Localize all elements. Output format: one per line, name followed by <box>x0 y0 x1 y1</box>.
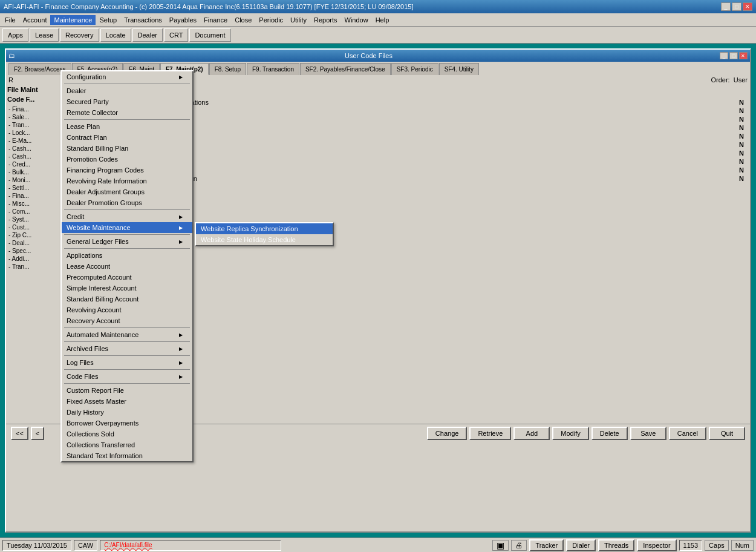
document-button[interactable]: Document <box>189 28 230 42</box>
add-button[interactable]: Add <box>513 427 550 440</box>
print-icon[interactable]: 🖨 <box>511 540 527 551</box>
separator <box>64 209 190 210</box>
tracker-button[interactable]: Tracker <box>529 539 564 551</box>
submenu-website-holiday[interactable]: Website State Holiday Schedule <box>196 234 333 245</box>
recovery-button[interactable]: Recovery <box>60 28 99 42</box>
menu-collections-transferred[interactable]: Collections Transferred <box>62 439 192 450</box>
num-lock: Num <box>731 540 754 551</box>
menu-standard-billing-account[interactable]: Standard Billing Account <box>62 294 192 304</box>
menu-lease-account[interactable]: Lease Account <box>62 261 192 272</box>
submenu-website-replica[interactable]: Website Replica Synchronization <box>196 223 333 234</box>
menu-configuration[interactable]: Configuration <box>62 71 192 82</box>
menu-promotion-codes[interactable]: Promotion Codes <box>62 154 192 165</box>
lease-button[interactable]: Lease <box>30 28 59 42</box>
menu-payables[interactable]: Payables <box>166 15 200 25</box>
inner-title-bar: 🗂 User Code Files _ □ ✕ <box>6 50 750 62</box>
menu-custom-report-file[interactable]: Custom Report File <box>62 385 192 396</box>
menu-code-files[interactable]: Code Files <box>62 371 192 382</box>
code-item[interactable]: Custom Report File N <box>120 132 745 140</box>
apps-button[interactable]: Apps <box>2 28 28 42</box>
menu-collections-sold[interactable]: Collections Sold <box>62 429 192 439</box>
menu-automated-maintenance[interactable]: Automated Maintenance <box>62 329 192 340</box>
menu-account[interactable]: Account <box>19 15 51 25</box>
menu-applications[interactable]: Applications <box>62 250 192 261</box>
menu-precomputed-account[interactable]: Precomputed Account <box>62 272 192 283</box>
inner-minimize[interactable]: _ <box>720 52 728 59</box>
menu-fixed-assets-master[interactable]: Fixed Assets Master <box>62 396 192 407</box>
save-button[interactable]: Save <box>630 427 666 440</box>
menu-help[interactable]: Help <box>372 15 393 25</box>
menu-transactions[interactable]: Transactions <box>120 15 166 25</box>
first-btn[interactable]: << <box>11 427 28 440</box>
inner-window-title: User Code Files <box>345 52 393 59</box>
menu-setup[interactable]: Setup <box>96 15 120 25</box>
menu-close[interactable]: Close <box>231 15 255 25</box>
menu-daily-history[interactable]: Daily History <box>62 407 192 418</box>
menu-log-files[interactable]: Log Files <box>62 357 192 368</box>
menu-borrower-overpayments[interactable]: Borrower Overpayments <box>62 418 192 429</box>
inner-close[interactable]: ✕ <box>739 52 748 59</box>
menu-bar: File Account Maintenance Setup Transacti… <box>0 13 756 27</box>
menu-revolving-rate[interactable]: Revolving Rate Information <box>62 176 192 186</box>
code-item[interactable]: Borrower Overpayments N <box>120 149 745 157</box>
inner-maximize[interactable]: □ <box>729 52 738 59</box>
menu-secured-party[interactable]: Secured Party <box>62 96 192 107</box>
menu-periodic[interactable]: Periodic <box>255 15 287 25</box>
menu-maintenance[interactable]: Maintenance <box>50 15 96 25</box>
code-item[interactable]: - Bank Holidays N <box>120 107 745 115</box>
status-error-text: C:/AFI/data/afi.file <box>100 540 281 551</box>
delete-button[interactable]: Delete <box>591 427 628 440</box>
quit-button[interactable]: Quit <box>709 427 745 440</box>
code-item-collections-sold[interactable]: Collections Sold N <box>120 157 745 166</box>
menu-general-ledger[interactable]: General Ledger Files <box>62 236 192 247</box>
close-btn[interactable]: ✕ <box>743 2 752 11</box>
threads-button[interactable]: Threads <box>598 539 634 551</box>
menu-reports[interactable]: Reports <box>310 15 341 25</box>
minimize-btn[interactable]: _ <box>721 2 731 11</box>
menu-recovery-account[interactable]: Recovery Account <box>62 315 192 326</box>
menu-file[interactable]: File <box>1 15 19 25</box>
menu-standard-text[interactable]: Standard Text Information <box>62 450 192 461</box>
screen-icon[interactable]: ▣ <box>492 540 509 551</box>
menu-simple-interest[interactable]: Simple Interest Account <box>62 283 192 294</box>
menu-remote-collector[interactable]: Remote Collector <box>62 107 192 118</box>
code-item[interactable]: - All Company Data Locations N <box>120 98 745 107</box>
menu-finance[interactable]: Finance <box>200 15 231 25</box>
menu-utility[interactable]: Utility <box>287 15 310 25</box>
maximize-btn[interactable]: □ <box>732 2 741 11</box>
menu-contract-plan[interactable]: Contract Plan <box>62 132 192 143</box>
menu-dealer-adjustment-groups[interactable]: Dealer Adjustment Groups <box>62 186 192 197</box>
tab-sf3[interactable]: SF3. Periodic <box>391 63 438 75</box>
menu-financing-program-codes[interactable]: Financing Program Codes <box>62 165 192 176</box>
code-item[interactable]: - Miscellaneous Codes N <box>120 123 745 132</box>
cancel-button[interactable]: Cancel <box>669 427 706 440</box>
menu-window[interactable]: Window <box>341 15 372 25</box>
menu-revolving-account[interactable]: Revolving Account <box>62 304 192 315</box>
modify-button[interactable]: Modify <box>552 427 588 440</box>
change-button[interactable]: Change <box>427 427 468 440</box>
menu-standard-billing-plan[interactable]: Standard Billing Plan <box>62 143 192 154</box>
menu-dealer-promotion-groups[interactable]: Dealer Promotion Groups <box>62 197 192 208</box>
retrieve-button[interactable]: Retrieve <box>469 427 511 440</box>
dialer-button[interactable]: Dialer <box>566 539 596 551</box>
prev-btn[interactable]: < <box>31 427 44 440</box>
locate-button[interactable]: Locate <box>100 28 131 42</box>
tab-sf2[interactable]: SF2. Payables/Finance/Close <box>300 63 391 75</box>
menu-dealer[interactable]: Dealer <box>62 85 192 96</box>
menu-lease-plan[interactable]: Lease Plan <box>62 121 192 132</box>
code-item[interactable]: Fixed Asset Master N <box>120 140 745 149</box>
separator <box>64 355 190 356</box>
menu-credit[interactable]: Credit <box>62 211 192 222</box>
dealer-button[interactable]: Dealer <box>132 28 163 42</box>
code-item-standard-text[interactable]: Standard Text Information N <box>120 174 745 183</box>
website-submenu: Website Replica Synchronization Website … <box>195 222 334 246</box>
menu-website-maintenance[interactable]: Website Maintenance Website Replica Sync… <box>62 222 192 233</box>
tab-f9[interactable]: F9. Transaction <box>247 63 299 75</box>
tab-sf4[interactable]: SF4. Utility <box>439 63 479 75</box>
code-item[interactable]: - Company Holidays N <box>120 115 745 123</box>
inspector-button[interactable]: Inspector <box>637 539 676 551</box>
tab-f8[interactable]: F8. Setup <box>209 63 246 75</box>
menu-archived-files[interactable]: Archived Files <box>62 343 192 354</box>
code-item-collections-transferred[interactable]: Collections Transferred N <box>120 166 745 174</box>
crt-button[interactable]: CRT <box>164 28 188 42</box>
